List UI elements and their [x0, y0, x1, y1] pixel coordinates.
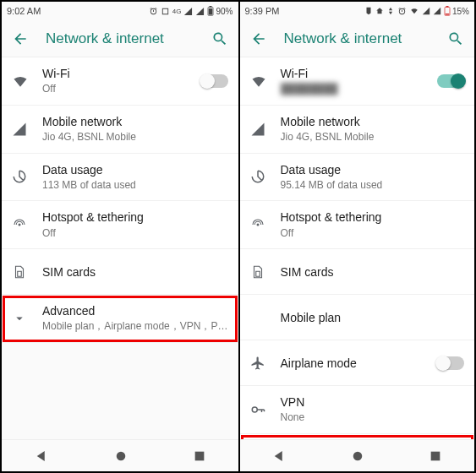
- sim-icon: [250, 264, 265, 280]
- data-title: Data usage: [281, 162, 465, 177]
- svg-point-3: [19, 224, 21, 226]
- mobile-sub: Jio 4G, BSNL Mobile: [281, 131, 465, 144]
- status-indicators: 4G 90%: [149, 6, 233, 16]
- sim-title: SIM cards: [42, 264, 228, 280]
- svg-point-11: [353, 451, 363, 460]
- svg-point-10: [252, 407, 257, 412]
- nav-recent-icon[interactable]: [193, 449, 206, 463]
- hotspot-title: Hotspot & tethering: [281, 209, 465, 225]
- wifi-sub: Off: [42, 83, 201, 96]
- airplane-mode-row[interactable]: Airplane mode: [240, 340, 475, 386]
- app-bar: Network & internet: [240, 20, 475, 57]
- search-icon[interactable]: [447, 30, 464, 47]
- status-bar: 9:39 PM 15%: [240, 2, 475, 20]
- vpn-sub: None: [281, 411, 465, 425]
- data-usage-icon: [250, 169, 265, 184]
- signal-bars-icon: [250, 122, 265, 137]
- signal-icon-2: [433, 7, 441, 15]
- sim-cards-row[interactable]: SIM cards: [2, 249, 238, 295]
- home-small-icon: [375, 7, 384, 15]
- search-icon[interactable]: [211, 30, 228, 47]
- data-sub: 95.14 MB of data used: [281, 179, 465, 193]
- phone-right: 9:39 PM 15% Network & internet: [238, 2, 475, 471]
- status-time: 9:39 PM: [245, 6, 280, 16]
- wifi-status-icon: [409, 7, 419, 15]
- page-title: Network & internet: [284, 30, 431, 47]
- wifi-title: Wi-Fi: [281, 66, 438, 81]
- mobile-plan-row[interactable]: Mobile plan: [240, 295, 475, 340]
- svg-rect-7: [446, 6, 448, 8]
- wifi-row[interactable]: Wi-Fi Off: [2, 57, 238, 106]
- airplane-icon: [250, 356, 265, 371]
- signal-icon: [183, 7, 193, 16]
- page-title: Network & internet: [46, 30, 194, 47]
- vpn-row[interactable]: VPN None: [240, 386, 475, 434]
- nav-bar: [240, 439, 475, 471]
- battery-percent: 90%: [216, 7, 233, 16]
- svg-rect-2: [209, 8, 213, 15]
- wifi-toggle[interactable]: [437, 74, 464, 88]
- hotspot-row[interactable]: Hotspot & tethering Off: [2, 201, 238, 249]
- back-icon[interactable]: [250, 30, 267, 47]
- battery-low-icon: [444, 6, 451, 16]
- nav-home-icon[interactable]: [113, 449, 129, 464]
- battery-icon: [207, 6, 214, 16]
- wifi-title: Wi-Fi: [42, 66, 201, 81]
- chevron-down-icon: [12, 311, 27, 326]
- signal-bars-icon: [12, 122, 27, 137]
- mobile-sub: Jio 4G, BSNL Mobile: [42, 131, 228, 144]
- nav-home-icon[interactable]: [350, 449, 365, 464]
- svg-point-9: [256, 224, 259, 226]
- nav-recent-icon[interactable]: [429, 449, 442, 463]
- hotspot-icon: [250, 217, 265, 232]
- data-usage-icon: [12, 169, 27, 184]
- advanced-title: Advanced: [42, 303, 228, 318]
- wifi-row[interactable]: Wi-Fi ████████: [240, 57, 475, 106]
- advanced-row[interactable]: Advanced Mobile plan，Airplane mode，VPN，P…: [2, 295, 238, 343]
- alarm-icon: [149, 7, 158, 16]
- svg-rect-5: [194, 451, 204, 460]
- svg-rect-1: [210, 6, 212, 8]
- nfc-icon: [161, 7, 170, 16]
- hotspot-sub: Off: [281, 227, 465, 241]
- mobile-plan-title: Mobile plan: [281, 310, 465, 325]
- battery-percent: 15%: [452, 7, 469, 16]
- alarm-icon: [397, 7, 407, 16]
- mobile-network-row[interactable]: Mobile network Jio 4G, BSNL Mobile: [2, 106, 238, 154]
- status-time: 9:02 AM: [7, 6, 41, 16]
- svg-rect-8: [446, 14, 450, 15]
- app-bar: Network & internet: [2, 20, 238, 57]
- hotspot-row[interactable]: Hotspot & tethering Off: [240, 201, 475, 249]
- data-title: Data usage: [42, 162, 228, 177]
- wifi-sub-blurred: ████████: [281, 83, 438, 96]
- hotspot-title: Hotspot & tethering: [42, 209, 228, 225]
- hotspot-icon: [12, 217, 27, 232]
- airplane-toggle[interactable]: [437, 356, 464, 370]
- notification-icon: [364, 7, 373, 15]
- airplane-title: Airplane mode: [281, 356, 438, 371]
- advanced-sub: Mobile plan，Airplane mode，VPN，Priva…: [42, 320, 228, 334]
- sim-cards-row[interactable]: SIM cards: [240, 249, 475, 295]
- vpn-key-icon: [250, 402, 265, 417]
- data-usage-row[interactable]: Data usage 95.14 MB of data used: [240, 154, 475, 202]
- battery-indicator: 90%: [207, 6, 233, 16]
- mobile-network-row[interactable]: Mobile network Jio 4G, BSNL Mobile: [240, 106, 475, 154]
- vpn-title: VPN: [281, 394, 465, 410]
- status-bar: 9:02 AM 4G 90%: [2, 2, 238, 20]
- nav-back-icon[interactable]: [271, 449, 287, 464]
- signal-icon-2: [195, 7, 205, 16]
- data-sub: 113 MB of data used: [42, 179, 228, 193]
- data-usage-row[interactable]: Data usage 113 MB of data used: [2, 154, 238, 202]
- nav-bar: [2, 439, 238, 471]
- mobile-title: Mobile network: [42, 114, 228, 129]
- network-type: 4G: [172, 8, 182, 15]
- wifi-icon: [250, 73, 267, 90]
- nav-back-icon[interactable]: [34, 449, 49, 464]
- back-icon[interactable]: [12, 30, 29, 47]
- wifi-toggle[interactable]: [201, 74, 228, 88]
- svg-point-4: [116, 451, 125, 460]
- wifi-icon: [12, 73, 29, 90]
- battery-indicator: 15%: [444, 6, 469, 16]
- phone-left: 9:02 AM 4G 90% Network & internet: [2, 2, 238, 471]
- signal-icon: [422, 7, 430, 15]
